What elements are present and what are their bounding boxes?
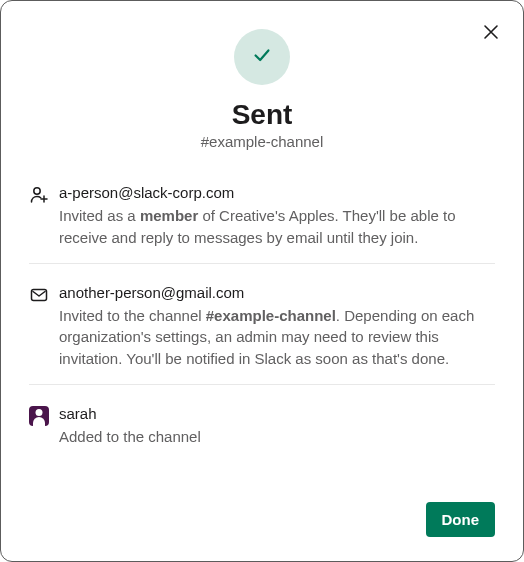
mail-icon — [29, 285, 49, 305]
invite-username: sarah — [59, 405, 495, 422]
close-icon — [483, 24, 499, 43]
invite-description: Invited to the channel #example-channel.… — [59, 305, 495, 370]
invite-description: Invited as a member of Creative's Apples… — [59, 205, 495, 249]
modal-subtitle: #example-channel — [201, 133, 324, 150]
divider — [29, 263, 495, 264]
modal-footer: Done — [29, 490, 495, 537]
modal-title: Sent — [232, 99, 293, 131]
check-icon — [251, 44, 273, 70]
invite-item: another-person@gmail.com Invited to the … — [29, 278, 495, 384]
svg-point-0 — [34, 188, 40, 194]
invite-email: a-person@slack-corp.com — [59, 184, 495, 201]
invite-sent-modal: Sent #example-channel a-person@slack-cor… — [0, 0, 524, 562]
invite-item: a-person@slack-corp.com Invited as a mem… — [29, 178, 495, 263]
close-button[interactable] — [479, 21, 503, 45]
invite-list: a-person@slack-corp.com Invited as a mem… — [29, 178, 495, 490]
done-button[interactable]: Done — [426, 502, 496, 537]
success-check-circle — [234, 29, 290, 85]
invite-description: Added to the channel — [59, 426, 495, 448]
invite-email: another-person@gmail.com — [59, 284, 495, 301]
invite-item: sarah Added to the channel — [29, 399, 495, 462]
divider — [29, 384, 495, 385]
person-add-icon — [29, 185, 49, 205]
user-avatar — [29, 406, 49, 426]
modal-header: Sent #example-channel — [29, 29, 495, 150]
